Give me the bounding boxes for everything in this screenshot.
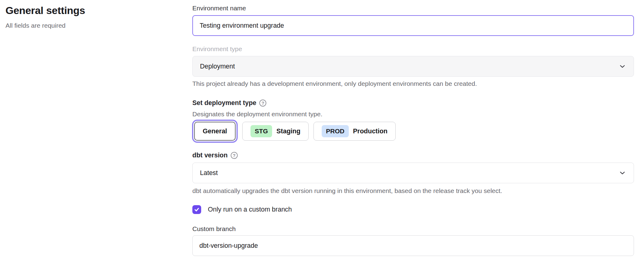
environment-type-help: This project already has a development e… <box>192 79 634 88</box>
page-title: General settings <box>5 4 192 17</box>
custom-branch-checkbox[interactable] <box>192 205 201 214</box>
custom-branch-field: Custom branch <box>192 224 634 256</box>
page-subtitle: All fields are required <box>5 21 192 30</box>
deployment-type-production-button[interactable]: PROD Production <box>313 122 396 141</box>
deployment-type-label: Set deployment type <box>192 99 256 107</box>
custom-branch-checkbox-label: Only run on a custom branch <box>208 206 292 213</box>
chevron-down-icon <box>618 169 626 177</box>
environment-settings-form: Environment name Environment type Deploy… <box>192 0 634 263</box>
environment-name-field: Environment name <box>192 4 634 36</box>
custom-branch-checkbox-row: Only run on a custom branch <box>192 205 634 214</box>
environment-settings-page: General settings All fields are required… <box>0 0 644 263</box>
environment-type-label: Environment type <box>192 44 634 54</box>
dbt-version-field: dbt version ? Latest dbt automatically u… <box>192 150 634 195</box>
help-icon[interactable]: ? <box>231 152 238 159</box>
environment-name-input[interactable] <box>192 15 634 36</box>
help-icon[interactable]: ? <box>259 100 266 107</box>
deployment-type-staging-button[interactable]: STG Staging <box>242 122 309 141</box>
settings-header-column: General settings All fields are required <box>0 0 192 263</box>
staging-badge: STG <box>250 125 272 137</box>
dbt-version-label: dbt version <box>192 152 228 159</box>
custom-branch-input[interactable] <box>192 235 634 256</box>
deployment-type-field: Set deployment type ? Designates the dep… <box>192 98 634 141</box>
deployment-type-label-row: Set deployment type ? <box>192 98 634 108</box>
deployment-type-description: Designates the deployment environment ty… <box>192 110 634 119</box>
environment-type-select[interactable]: Deployment <box>192 56 634 77</box>
environment-type-value: Deployment <box>200 63 235 70</box>
deployment-type-general-label: General <box>203 128 227 135</box>
dbt-version-value: Latest <box>200 169 218 177</box>
custom-branch-label: Custom branch <box>192 224 634 233</box>
dbt-version-help: dbt automatically upgrades the dbt versi… <box>192 186 634 195</box>
dbt-version-label-row: dbt version ? <box>192 150 634 160</box>
check-icon <box>194 207 200 212</box>
deployment-type-general-button[interactable]: General <box>194 122 236 141</box>
deployment-type-staging-label: Staging <box>276 128 300 135</box>
chevron-down-icon <box>618 62 626 70</box>
deployment-type-production-label: Production <box>353 128 387 135</box>
environment-type-field: Environment type Deployment This project… <box>192 44 634 88</box>
production-badge: PROD <box>322 125 349 137</box>
deployment-type-options: General STG Staging PROD Production <box>192 122 634 141</box>
environment-name-label: Environment name <box>192 4 634 13</box>
dbt-version-select[interactable]: Latest <box>192 163 634 183</box>
